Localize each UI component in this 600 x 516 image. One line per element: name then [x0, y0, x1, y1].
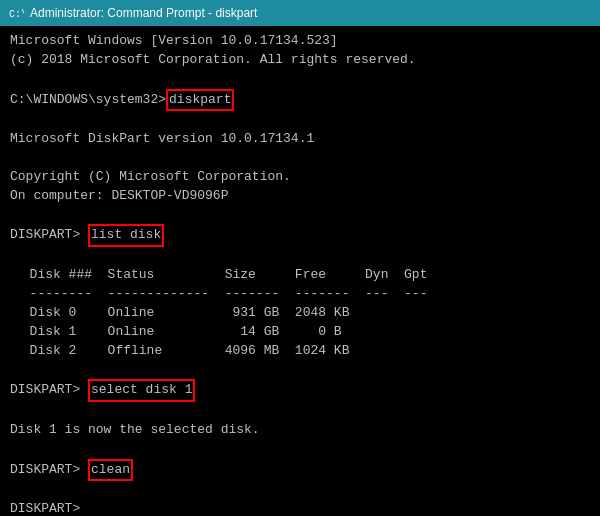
terminal-output[interactable]: Microsoft Windows [Version 10.0.17134.52… [0, 26, 600, 516]
line-10 [10, 247, 590, 266]
line-last-prompt: DISKPART> [10, 500, 590, 516]
list-disk-command-highlight: list disk [88, 224, 164, 247]
table-divider: -------- ------------- ------- ------- -… [10, 285, 590, 304]
line-4 [10, 111, 590, 130]
line-7: Copyright (C) Microsoft Corporation. [10, 168, 590, 187]
table-disk1: Disk 1 Online 14 GB 0 B [10, 323, 590, 342]
line-list-disk-prompt: DISKPART> list disk [10, 224, 590, 247]
title-bar-text: Administrator: Command Prompt - diskpart [30, 6, 592, 20]
line-15 [10, 481, 590, 500]
cmd-icon: C:\ [8, 5, 24, 21]
command-prompt-window: C:\ Administrator: Command Prompt - disk… [0, 0, 600, 516]
line-13: Disk 1 is now the selected disk. [10, 421, 590, 440]
select-disk-command-highlight: select disk 1 [88, 379, 195, 402]
line-diskpart-prompt: C:\WINDOWS\system32>diskpart [10, 89, 590, 112]
line-select-disk-prompt: DISKPART> select disk 1 [10, 379, 590, 402]
line-6 [10, 149, 590, 168]
svg-text:C:\: C:\ [9, 9, 24, 20]
line-3 [10, 70, 590, 89]
line-5: Microsoft DiskPart version 10.0.17134.1 [10, 130, 590, 149]
line-1: Microsoft Windows [Version 10.0.17134.52… [10, 32, 590, 51]
line-14 [10, 440, 590, 459]
line-9 [10, 206, 590, 225]
table-disk2: Disk 2 Offline 4096 MB 1024 KB [10, 342, 590, 361]
table-header: Disk ### Status Size Free Dyn Gpt [10, 266, 590, 285]
line-11 [10, 360, 590, 379]
line-clean-prompt: DISKPART> clean [10, 459, 590, 482]
clean-command-highlight: clean [88, 459, 133, 482]
line-8: On computer: DESKTOP-VD9096P [10, 187, 590, 206]
line-2: (c) 2018 Microsoft Corporation. All righ… [10, 51, 590, 70]
line-12 [10, 402, 590, 421]
table-disk0: Disk 0 Online 931 GB 2048 KB [10, 304, 590, 323]
diskpart-command-highlight: diskpart [166, 89, 234, 112]
title-bar: C:\ Administrator: Command Prompt - disk… [0, 0, 600, 26]
